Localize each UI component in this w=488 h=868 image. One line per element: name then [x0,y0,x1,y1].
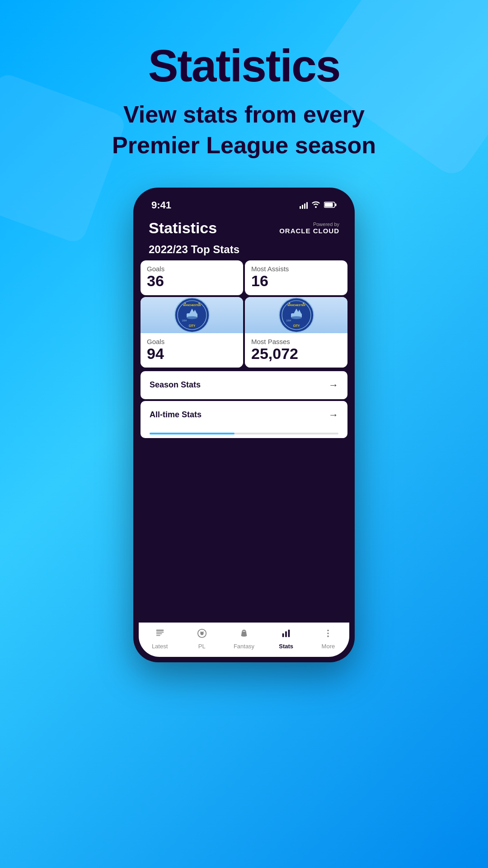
stat-card-club-goals[interactable]: MANCHESTER CITY ★ [141,297,243,368]
svg-text:★: ★ [302,302,304,305]
season-label: 2022/23 Top Stats [139,241,349,260]
pl-icon [197,628,207,641]
alltime-stats-row[interactable]: All-time Stats → [141,401,347,429]
stat-label-goals: Goals [147,265,237,273]
progress-area [141,429,347,438]
season-stats-arrow: → [328,379,338,391]
svg-rect-27 [156,630,164,631]
nav-item-latest[interactable]: Latest [139,628,181,650]
nav-item-fantasy[interactable]: Fantasy [223,628,265,650]
stat-label-assists: Most Assists [251,265,341,273]
fantasy-label: Fantasy [234,643,254,650]
stat-value-goals: 36 [147,273,237,289]
app-content: Statistics Powered by ORACLE CLOUD 2022/… [139,215,349,657]
page-title: Statistics [0,41,488,90]
stat-value-assists: 16 [251,273,341,289]
svg-text:★: ★ [288,302,291,305]
stats-label: Stats [279,643,293,650]
stat-card-passes[interactable]: MANCHESTER CITY ★ ★ 1894 [245,297,347,368]
latest-label: Latest [152,643,168,650]
stat-card-goals-player[interactable]: ETIHADAIRWAYS puma Goals 36 [141,260,243,295]
svg-point-23 [291,316,302,319]
stats-grid: ETIHADAIRWAYS puma Goals 36 [139,260,349,368]
stat-label-club-goals: Goals [147,338,237,345]
stat-info-assists: Most Assists 16 [245,260,347,295]
svg-text:1894: 1894 [182,320,187,322]
stats-icon [281,628,291,641]
phone-screen: 9:41 [139,193,349,657]
club-passes-image: MANCHESTER CITY ★ ★ 1894 [245,297,347,333]
progress-fill [150,433,235,434]
phone-wrapper: 9:41 [0,179,488,662]
more-icon [323,628,333,641]
alltime-stats-arrow: → [328,409,338,421]
svg-rect-30 [156,635,160,636]
stat-card-assists-player[interactable]: ETIHADAIRWAYS puma Most Assists [245,260,347,295]
bottom-nav: Latest PL [139,623,349,657]
svg-text:CITY: CITY [188,324,195,327]
svg-rect-28 [156,632,164,633]
oracle-text: ORACLE CLOUD [279,227,339,235]
svg-rect-35 [288,630,290,637]
man-city-crest-1: MANCHESTER CITY ★ [174,297,210,333]
stat-info-goals-player: Goals 36 [141,260,243,295]
svg-point-37 [328,632,329,634]
svg-point-38 [328,636,329,637]
svg-text:★: ★ [197,302,200,305]
fantasy-icon [239,628,249,641]
club-goals-image: MANCHESTER CITY ★ [141,297,243,333]
svg-rect-34 [285,632,287,637]
status-icons [300,201,337,210]
svg-point-36 [328,630,329,632]
stat-label-passes: Most Passes [251,338,341,345]
pl-label: PL [198,643,206,650]
stat-info-passes: Most Passes 25,072 [245,333,347,368]
svg-point-12 [187,316,197,319]
stat-info-club-goals: Goals 94 [141,333,243,368]
man-city-crest-2: MANCHESTER CITY ★ ★ 1894 [278,297,314,333]
svg-text:1894: 1894 [286,320,291,322]
more-label: More [322,643,335,650]
app-header: Statistics Powered by ORACLE CLOUD [139,215,349,241]
wifi-icon [311,201,320,210]
svg-text:★: ★ [184,302,186,305]
header-section: Statistics View stats from everyPremier … [0,0,488,179]
svg-rect-33 [282,633,284,637]
svg-text:CITY: CITY [293,324,300,327]
nav-item-more[interactable]: More [307,628,349,650]
stat-value-club-goals: 94 [147,345,237,362]
progress-track [150,433,338,434]
battery-icon [324,201,337,210]
app-title: Statistics [149,219,217,237]
powered-by-label: Powered by [279,222,339,227]
status-time: 9:41 [151,199,171,211]
nav-item-stats[interactable]: Stats [265,628,307,650]
latest-icon [155,628,165,641]
signal-icon [300,202,308,209]
status-bar: 9:41 [139,193,349,215]
nav-item-pl[interactable]: PL [181,628,223,650]
page-subtitle: View stats from everyPremier League seas… [0,99,488,160]
phone-device: 9:41 [133,188,355,662]
season-stats-label: Season Stats [150,380,201,390]
alltime-stats-label: All-time Stats [150,410,202,420]
svg-rect-1 [325,203,333,207]
svg-rect-2 [335,203,337,206]
svg-rect-29 [156,633,162,634]
stat-value-passes: 25,072 [251,345,341,362]
oracle-brand: Powered by ORACLE CLOUD [279,222,339,235]
season-stats-row[interactable]: Season Stats → [141,371,347,399]
